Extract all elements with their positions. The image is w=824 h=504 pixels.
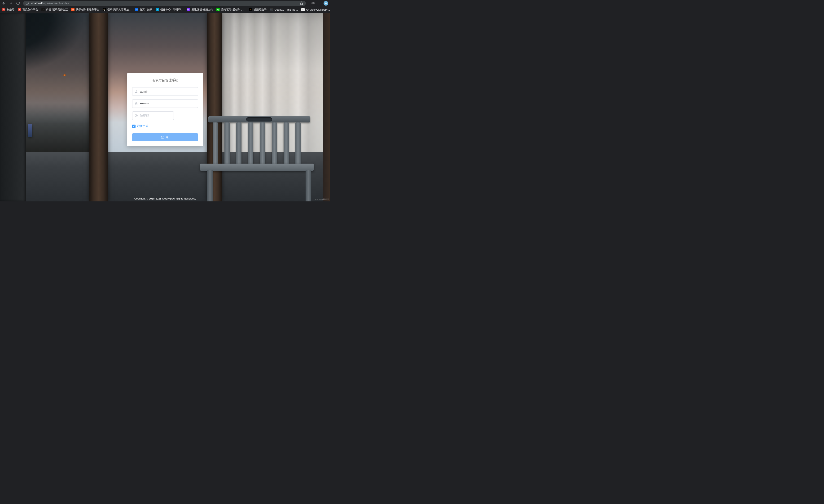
browser-chrome: localhost/login?redirect=/index H 头头条号▶西…	[0, 0, 330, 13]
bookmark-label: 快手创作者服务平台	[76, 8, 99, 11]
bookmark-favicon: 🐧	[103, 8, 106, 11]
bookmark-label: 西瓜创作平台	[22, 8, 38, 11]
bookmark-item[interactable]: ♪抖音-记录美好生活	[41, 8, 68, 11]
username-input[interactable]	[132, 87, 198, 96]
url-bar[interactable]: localhost/login?redirect=/index	[23, 1, 306, 6]
bookmark-label: 首页 - 知乎	[139, 8, 152, 11]
password-input[interactable]	[132, 99, 198, 108]
bookmark-label: 爱奇艺号-爱创作，…	[221, 8, 245, 11]
shield-icon	[134, 114, 138, 117]
nav-forward-button[interactable]	[9, 1, 13, 5]
bookmark-item[interactable]: ▶西瓜创作平台	[18, 8, 38, 11]
extensions-icon[interactable]	[311, 1, 315, 5]
bookmark-favicon: iq	[216, 8, 220, 11]
nav-reload-button[interactable]	[16, 1, 20, 5]
bookmarks-bar: 头头条号▶西瓜创作平台♪抖音-记录美好生活快快手创作者服务平台🐧登录-腾讯内容开…	[0, 6, 330, 13]
bookmark-label: OpenGL - The Ind…	[275, 8, 298, 11]
nav-back-button[interactable]	[2, 1, 6, 5]
bookmark-favicon: ○	[301, 8, 305, 11]
login-title: 若依后台管理系统	[132, 78, 198, 83]
password-field-wrap	[132, 99, 198, 108]
bookmark-favicon: 头	[2, 8, 5, 11]
svg-rect-2	[135, 103, 137, 105]
bookmark-item[interactable]: ○An OpenGL library…	[301, 8, 330, 11]
remember-label: 记住密码	[137, 124, 148, 128]
bookmark-item[interactable]: 🐧登录-腾讯内容开放…	[103, 8, 132, 11]
bookmark-item[interactable]: 快快手创作者服务平台	[71, 8, 99, 11]
bookmark-favicon: GL	[270, 8, 273, 11]
bookmark-item[interactable]: 微腾讯微视·视频上传	[187, 8, 213, 11]
bookmark-label: 视频号助手	[253, 8, 267, 11]
bookmark-favicon: 快	[71, 8, 75, 11]
url-text: localhost/login?redirect=/index	[31, 2, 298, 5]
page-content: 若依后台管理系统 记住密码 登 录 Copyright © 2	[0, 13, 330, 202]
bookmark-item[interactable]: 知首页 - 知乎	[135, 8, 152, 11]
bookmark-label: 腾讯微视·视频上传	[192, 8, 213, 11]
captcha-field-wrap	[132, 111, 174, 120]
site-info-icon[interactable]	[25, 2, 29, 5]
bookmark-item[interactable]: GLOpenGL - The Ind…	[270, 8, 298, 11]
captcha-input[interactable]	[132, 111, 174, 120]
bookmark-item[interactable]: iq爱奇艺号-爱创作，…	[216, 8, 245, 11]
username-field-wrap	[132, 87, 198, 96]
bookmark-favicon: 微	[187, 8, 190, 11]
bookmark-favicon: ♪	[41, 8, 45, 11]
bookmark-favicon: 知	[135, 8, 138, 11]
lock-icon	[134, 102, 138, 105]
bookmark-favicon: ▶	[18, 8, 21, 11]
user-icon	[134, 90, 138, 93]
toolbar-separator	[319, 1, 319, 5]
bookmark-label: 头条号	[7, 8, 14, 11]
bookmark-label: 抖音-记录美好生活	[46, 8, 68, 11]
bookmark-favicon: ∞	[249, 8, 252, 11]
watermark: CSDN @秋鸿群	[315, 198, 329, 201]
footer-copyright: Copyright © 2018-2023 ruoyi.vip All Righ…	[134, 197, 196, 200]
bookmark-label: 登录-腾讯内容开放…	[107, 8, 132, 11]
bookmark-label: 创作中心 - 哔哩哔…	[161, 8, 184, 11]
remember-checkbox-wrap[interactable]: 记住密码	[132, 124, 198, 128]
login-card: 若依后台管理系统 记住密码 登 录	[127, 73, 203, 146]
svg-point-1	[136, 90, 137, 92]
star-icon[interactable]	[300, 1, 303, 5]
login-button[interactable]: 登 录	[132, 133, 198, 141]
browser-toolbar: localhost/login?redirect=/index H	[0, 0, 330, 6]
bookmark-label: An OpenGL library…	[306, 8, 330, 11]
profile-avatar[interactable]: H	[323, 1, 328, 6]
bookmark-item[interactable]: b创作中心 - 哔哩哔…	[156, 8, 184, 11]
bookmark-item[interactable]: 头头条号	[2, 8, 14, 11]
remember-checkbox[interactable]	[132, 125, 135, 128]
bookmark-item[interactable]: ∞视频号助手	[249, 8, 267, 11]
bookmark-favicon: b	[156, 8, 159, 11]
